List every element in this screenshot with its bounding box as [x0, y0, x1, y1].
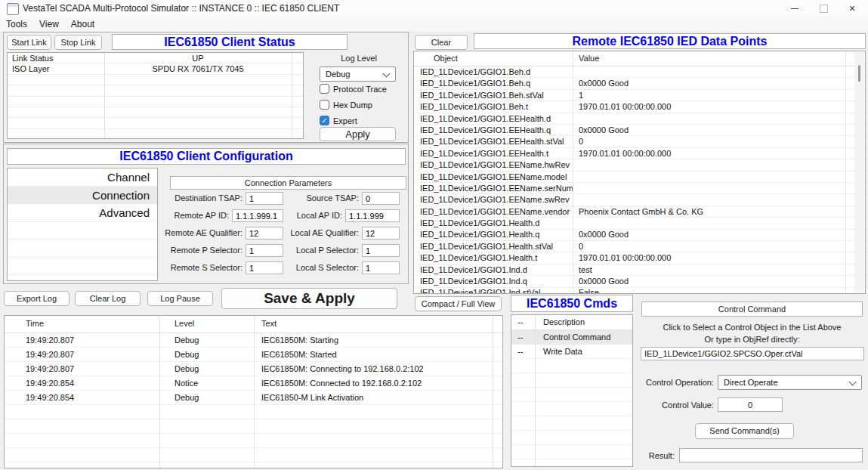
log-time: 19:49:20.854: [5, 376, 159, 391]
data-point-row[interactable]: IED_1LDevice1/GGIO1.EEName.model: [414, 172, 865, 183]
param-label-remote-ap-id: Remote AP ID:: [161, 211, 229, 220]
scrollbar-thumb[interactable]: [858, 65, 860, 82]
data-point-value: [573, 183, 865, 194]
clear-data-points-button[interactable]: Clear: [415, 35, 468, 50]
checkbox-expert[interactable]: ✓: [320, 116, 329, 125]
client-status-panel: Start Link Stop Link IEC61850 Client Sta…: [3, 32, 409, 143]
data-point-row[interactable]: IED_1LDevice1/GGIO1.EEHealth.d: [414, 113, 865, 125]
data-point-object: IED_1LDevice1/GGIO1.EEName.swRev: [414, 194, 573, 206]
data-point-value: 0: [573, 241, 865, 252]
data-point-value: [573, 218, 865, 229]
data-point-row[interactable]: IED_1LDevice1/GGIO1.EEName.serNum: [414, 183, 865, 194]
parameter-row: Remote AP ID:Local AP ID:: [4, 209, 409, 223]
param-input-source-tsap[interactable]: [362, 192, 400, 205]
param-label-local-ae-qualifier: Local AE Qualifier:: [282, 228, 359, 237]
param-input-local-p-selector[interactable]: [362, 244, 400, 257]
cmd-row-write-data[interactable]: --Write Data: [511, 345, 632, 359]
log-col-level: Level: [175, 319, 194, 328]
data-point-row[interactable]: IED_1LDevice1/GGIO1.Ind.q0x0000 Good: [414, 276, 865, 287]
scrollbar-track[interactable]: [854, 52, 864, 292]
parameter-row: Remote S Selector:Local S Selector:: [4, 261, 409, 275]
param-input-remote-s-selector[interactable]: [246, 261, 283, 274]
data-point-row[interactable]: IED_1LDevice1/GGIO1.EEHealth.stVal0: [414, 136, 865, 147]
cmd-col-key: --: [517, 317, 523, 326]
data-point-row[interactable]: IED_1LDevice1/GGIO1.Health.stVal0: [414, 241, 865, 252]
column-divider: [104, 53, 105, 138]
title-bar: VestaTel SCADA Multi-Protocol Simulator …: [0, 0, 868, 17]
save-apply-button[interactable]: Save & Apply: [221, 288, 397, 309]
param-input-remote-ap-id[interactable]: [232, 209, 283, 222]
apply-button[interactable]: Apply: [320, 127, 396, 141]
table-row[interactable]: ISO LayerSPDU RX 7061/TX 7045: [8, 63, 303, 74]
log-level: Debug: [159, 391, 254, 405]
param-label-remote-s-selector: Remote S Selector:: [161, 263, 242, 272]
param-input-remote-p-selector[interactable]: [246, 244, 283, 257]
start-link-button[interactable]: Start Link: [7, 35, 51, 50]
data-point-value: 0x0000 Good: [573, 276, 865, 287]
status-panel-title: IEC61850 Client Status: [112, 34, 348, 50]
menu-item-tools[interactable]: Tools: [0, 17, 33, 32]
cmds-title: IEC61850 Cmds: [511, 295, 633, 312]
clear-log-button[interactable]: Clear Log: [75, 291, 141, 306]
close-button[interactable]: ×: [839, 0, 865, 17]
data-point-row[interactable]: IED_1LDevice1/GGIO1.EEHealth.q0x0000 Goo…: [414, 125, 865, 136]
data-point-object: IED_1LDevice1/GGIO1.Beh.d: [414, 66, 573, 78]
control-operation-label: Control Operation:: [619, 378, 714, 387]
data-point-row[interactable]: IED_1LDevice1/GGIO1.EEName.swRev: [414, 194, 865, 206]
compact-full-view-button[interactable]: Compact / Full View: [415, 296, 502, 311]
param-label-local-p-selector: Local P Selector:: [282, 246, 359, 255]
param-input-local-ap-id[interactable]: [345, 209, 400, 222]
log-table: Time Level Text 19:49:20.807DebugIEC6185…: [4, 315, 503, 468]
data-point-object: IED_1LDevice1/GGIO1.EEHealth.q: [414, 125, 573, 136]
result-input[interactable]: [679, 448, 863, 462]
cmd-key: --: [511, 330, 534, 345]
data-point-object: IED_1LDevice1/GGIO1.Beh.q: [414, 78, 573, 89]
param-input-local-s-selector[interactable]: [362, 261, 400, 274]
data-point-row[interactable]: IED_1LDevice1/GGIO1.Ind.stValFalse: [414, 287, 865, 294]
data-point-row[interactable]: IED_1LDevice1/GGIO1.Beh.q0x0000 Good: [414, 78, 865, 89]
export-log-button[interactable]: Export Log: [4, 291, 70, 306]
log-level-label: Log Level: [314, 54, 404, 63]
param-input-local-ae-qualifier[interactable]: [362, 227, 400, 240]
table-row[interactable]: Link StatusUP: [8, 53, 303, 63]
data-point-row[interactable]: IED_1LDevice1/GGIO1.Health.q0x0000 Good: [414, 229, 865, 240]
menu-item-view[interactable]: View: [33, 17, 65, 32]
data-point-row[interactable]: IED_1LDevice1/GGIO1.Beh.stVal1: [414, 90, 865, 101]
stop-link-button[interactable]: Stop Link: [54, 35, 102, 50]
log-text: IEC61850M: Started: [254, 348, 502, 362]
data-point-row[interactable]: IED_1LDevice1/GGIO1.EEHealth.t1970.01.01…: [414, 148, 865, 159]
data-points-table: Object Value IED_1LDevice1/GGIO1.Beh.dIE…: [413, 51, 866, 294]
checkbox-label: Expert: [333, 116, 357, 125]
data-point-row[interactable]: IED_1LDevice1/GGIO1.EEName.vendorPhoenix…: [414, 206, 865, 218]
log-level-select[interactable]: Debug: [320, 66, 396, 82]
checkbox-protocol-trace[interactable]: [320, 84, 329, 94]
link-status-table: Link StatusUPISO LayerSPDU RX 7061/TX 70…: [7, 52, 304, 139]
send-commands-button[interactable]: Send Command(s): [695, 423, 794, 439]
cmd-row-control-command[interactable]: --Control Command: [511, 330, 632, 345]
menu-item-about[interactable]: About: [65, 17, 100, 32]
control-operation-select[interactable]: Direct Operate: [718, 375, 862, 390]
data-point-row[interactable]: IED_1LDevice1/GGIO1.Ind.dtest: [414, 264, 865, 276]
maximize-button[interactable]: [811, 0, 836, 17]
column-divider: [535, 315, 536, 466]
cmd-description: Write Data: [534, 345, 632, 359]
minimize-button[interactable]: [782, 0, 808, 17]
param-input-destination-tsap[interactable]: [246, 192, 283, 205]
window-title: VestaTel SCADA Multi-Protocol Simulator …: [23, 0, 339, 17]
data-point-row[interactable]: IED_1LDevice1/GGIO1.Beh.t1970.01.01 00:0…: [414, 101, 865, 113]
data-point-value: 1970.01.01 00:00:00.000: [573, 148, 865, 159]
link-status-key: Link Status: [8, 53, 104, 63]
chevron-down-icon: [849, 379, 857, 386]
cmd-col-description: Description: [543, 317, 585, 326]
data-point-row[interactable]: IED_1LDevice1/GGIO1.Health.t1970.01.01 0…: [414, 252, 865, 264]
data-point-row[interactable]: IED_1LDevice1/GGIO1.Beh.d: [414, 66, 865, 78]
data-point-row[interactable]: IED_1LDevice1/GGIO1.Health.d: [414, 218, 865, 229]
log-pause-button[interactable]: Log Pause: [147, 291, 213, 306]
control-value-input[interactable]: [718, 397, 783, 412]
checkbox-hex-dump[interactable]: [320, 100, 329, 110]
link-status-value: UP: [104, 53, 292, 63]
minimize-icon: [791, 8, 798, 9]
param-input-remote-ae-qualifier[interactable]: [246, 227, 283, 240]
data-point-row[interactable]: IED_1LDevice1/GGIO1.EEName.hwRev: [414, 159, 865, 171]
objref-input[interactable]: [641, 347, 864, 360]
